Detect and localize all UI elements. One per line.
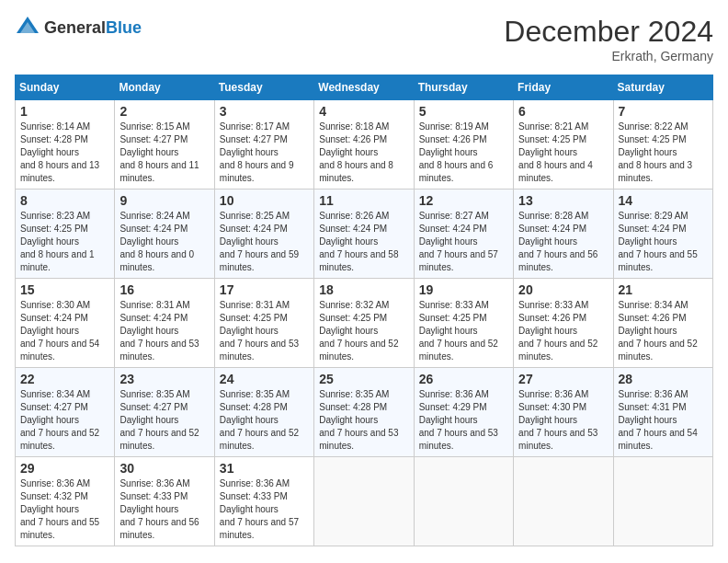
calendar-week-row: 29 Sunrise: 8:36 AMSunset: 4:32 PMDaylig…: [16, 457, 713, 546]
logo-icon: [15, 15, 40, 40]
day-number: 23: [119, 372, 209, 386]
day-number: 22: [20, 372, 109, 386]
day-info: Sunrise: 8:32 AMSunset: 4:25 PMDaylight …: [319, 300, 398, 362]
day-info: Sunrise: 8:14 AMSunset: 4:28 PMDaylight …: [20, 121, 99, 183]
day-number: 12: [419, 193, 508, 208]
page-header: GeneralBlue December 2024 Erkrath, Germa…: [15, 15, 713, 63]
table-row: 10 Sunrise: 8:25 AMSunset: 4:24 PMDaylig…: [214, 190, 313, 279]
day-number: 21: [619, 282, 708, 297]
day-number: 29: [20, 461, 109, 476]
calendar-week-row: 1 Sunrise: 8:14 AMSunset: 4:28 PMDayligh…: [16, 100, 713, 190]
day-info: Sunrise: 8:26 AMSunset: 4:24 PMDaylight …: [319, 211, 398, 272]
day-info: Sunrise: 8:22 AMSunset: 4:25 PMDaylight …: [619, 121, 693, 183]
logo-general-text: General: [44, 18, 106, 37]
day-number: 3: [220, 104, 309, 119]
table-row: [414, 457, 513, 546]
day-info: Sunrise: 8:28 AMSunset: 4:24 PMDaylight …: [518, 211, 597, 272]
day-number: 27: [518, 372, 608, 386]
table-row: 23 Sunrise: 8:35 AMSunset: 4:27 PMDaylig…: [115, 368, 214, 457]
calendar-table: Sunday Monday Tuesday Wednesday Thursday…: [15, 75, 713, 546]
table-row: 25 Sunrise: 8:35 AMSunset: 4:28 PMDaylig…: [314, 368, 414, 457]
day-info: Sunrise: 8:35 AMSunset: 4:28 PMDaylight …: [319, 389, 398, 451]
day-number: 19: [419, 282, 508, 297]
day-number: 16: [119, 282, 209, 297]
title-area: December 2024 Erkrath, Germany: [504, 15, 713, 63]
day-info: Sunrise: 8:25 AMSunset: 4:24 PMDaylight …: [220, 211, 299, 272]
day-info: Sunrise: 8:36 AMSunset: 4:29 PMDaylight …: [419, 389, 498, 451]
day-info: Sunrise: 8:36 AMSunset: 4:32 PMDaylight …: [20, 478, 99, 540]
day-number: 2: [119, 104, 209, 119]
table-row: 30 Sunrise: 8:36 AMSunset: 4:33 PMDaylig…: [115, 457, 214, 546]
day-info: Sunrise: 8:35 AMSunset: 4:28 PMDaylight …: [220, 389, 299, 451]
table-row: 8 Sunrise: 8:23 AMSunset: 4:25 PMDayligh…: [16, 190, 115, 279]
day-info: Sunrise: 8:33 AMSunset: 4:26 PMDaylight …: [518, 300, 597, 362]
col-monday: Monday: [115, 75, 214, 100]
calendar-week-row: 22 Sunrise: 8:34 AMSunset: 4:27 PMDaylig…: [16, 368, 713, 457]
day-number: 15: [20, 282, 109, 297]
day-number: 13: [518, 193, 608, 208]
day-number: 30: [119, 461, 209, 476]
day-info: Sunrise: 8:24 AMSunset: 4:24 PMDaylight …: [119, 211, 194, 272]
table-row: [613, 457, 712, 546]
day-info: Sunrise: 8:31 AMSunset: 4:25 PMDaylight …: [220, 300, 299, 362]
table-row: 4 Sunrise: 8:18 AMSunset: 4:26 PMDayligh…: [314, 100, 414, 190]
col-wednesday: Wednesday: [314, 75, 414, 100]
day-number: 25: [319, 372, 408, 386]
day-info: Sunrise: 8:23 AMSunset: 4:25 PMDaylight …: [20, 211, 95, 272]
table-row: 31 Sunrise: 8:36 AMSunset: 4:33 PMDaylig…: [214, 457, 313, 546]
day-number: 31: [220, 461, 309, 476]
table-row: 3 Sunrise: 8:17 AMSunset: 4:27 PMDayligh…: [214, 100, 313, 190]
day-number: 28: [619, 372, 708, 386]
table-row: [514, 457, 613, 546]
table-row: 7 Sunrise: 8:22 AMSunset: 4:25 PMDayligh…: [613, 100, 712, 190]
table-row: 6 Sunrise: 8:21 AMSunset: 4:25 PMDayligh…: [514, 100, 613, 190]
logo-blue-text: Blue: [106, 18, 142, 37]
table-row: 15 Sunrise: 8:30 AMSunset: 4:24 PMDaylig…: [16, 279, 115, 368]
table-row: 28 Sunrise: 8:36 AMSunset: 4:31 PMDaylig…: [613, 368, 712, 457]
table-row: 21 Sunrise: 8:34 AMSunset: 4:26 PMDaylig…: [613, 279, 712, 368]
day-info: Sunrise: 8:19 AMSunset: 4:26 PMDaylight …: [419, 121, 494, 183]
day-info: Sunrise: 8:35 AMSunset: 4:27 PMDaylight …: [119, 389, 199, 451]
day-number: 8: [20, 193, 109, 208]
table-row: 11 Sunrise: 8:26 AMSunset: 4:24 PMDaylig…: [314, 190, 414, 279]
day-info: Sunrise: 8:21 AMSunset: 4:25 PMDaylight …: [518, 121, 593, 183]
table-row: 5 Sunrise: 8:19 AMSunset: 4:26 PMDayligh…: [414, 100, 513, 190]
col-thursday: Thursday: [414, 75, 513, 100]
day-number: 20: [518, 282, 608, 297]
day-info: Sunrise: 8:30 AMSunset: 4:24 PMDaylight …: [20, 300, 99, 362]
calendar-header-row: Sunday Monday Tuesday Wednesday Thursday…: [16, 75, 713, 100]
table-row: 9 Sunrise: 8:24 AMSunset: 4:24 PMDayligh…: [115, 190, 214, 279]
day-number: 11: [319, 193, 408, 208]
day-info: Sunrise: 8:36 AMSunset: 4:30 PMDaylight …: [518, 389, 597, 451]
table-row: 24 Sunrise: 8:35 AMSunset: 4:28 PMDaylig…: [214, 368, 313, 457]
col-sunday: Sunday: [16, 75, 115, 100]
day-number: 6: [518, 104, 608, 119]
table-row: 13 Sunrise: 8:28 AMSunset: 4:24 PMDaylig…: [514, 190, 613, 279]
table-row: 19 Sunrise: 8:33 AMSunset: 4:25 PMDaylig…: [414, 279, 513, 368]
calendar-week-row: 15 Sunrise: 8:30 AMSunset: 4:24 PMDaylig…: [16, 279, 713, 368]
day-info: Sunrise: 8:36 AMSunset: 4:31 PMDaylight …: [619, 389, 698, 451]
day-info: Sunrise: 8:15 AMSunset: 4:27 PMDaylight …: [119, 121, 199, 183]
logo: GeneralBlue: [15, 15, 142, 40]
table-row: 29 Sunrise: 8:36 AMSunset: 4:32 PMDaylig…: [16, 457, 115, 546]
day-number: 26: [419, 372, 508, 386]
day-number: 5: [419, 104, 508, 119]
col-friday: Friday: [514, 75, 613, 100]
day-number: 9: [119, 193, 209, 208]
day-number: 17: [220, 282, 309, 297]
table-row: 22 Sunrise: 8:34 AMSunset: 4:27 PMDaylig…: [16, 368, 115, 457]
day-info: Sunrise: 8:36 AMSunset: 4:33 PMDaylight …: [220, 478, 299, 540]
day-number: 1: [20, 104, 109, 119]
day-info: Sunrise: 8:27 AMSunset: 4:24 PMDaylight …: [419, 211, 498, 272]
table-row: 17 Sunrise: 8:31 AMSunset: 4:25 PMDaylig…: [214, 279, 313, 368]
table-row: 27 Sunrise: 8:36 AMSunset: 4:30 PMDaylig…: [514, 368, 613, 457]
calendar-week-row: 8 Sunrise: 8:23 AMSunset: 4:25 PMDayligh…: [16, 190, 713, 279]
day-info: Sunrise: 8:31 AMSunset: 4:24 PMDaylight …: [119, 300, 199, 362]
day-info: Sunrise: 8:17 AMSunset: 4:27 PMDaylight …: [220, 121, 294, 183]
table-row: 1 Sunrise: 8:14 AMSunset: 4:28 PMDayligh…: [16, 100, 115, 190]
month-title: December 2024: [504, 15, 713, 49]
day-info: Sunrise: 8:34 AMSunset: 4:26 PMDaylight …: [619, 300, 698, 362]
table-row: [314, 457, 414, 546]
table-row: 12 Sunrise: 8:27 AMSunset: 4:24 PMDaylig…: [414, 190, 513, 279]
day-number: 18: [319, 282, 408, 297]
